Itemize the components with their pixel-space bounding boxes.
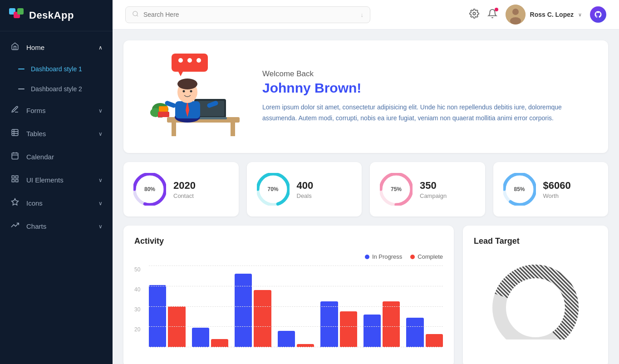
lead-donut	[474, 253, 597, 344]
activity-title: Activity	[134, 236, 443, 246]
legend-item: Complete	[410, 253, 443, 260]
bar-red	[383, 301, 400, 347]
dash-icon	[18, 69, 25, 69]
search-box[interactable]: ↓	[125, 6, 370, 23]
search-icon	[132, 10, 139, 19]
user-name: Ross C. Lopez	[530, 11, 574, 18]
bar-chart: 50403020	[134, 266, 443, 356]
stat-value-contact: 2020	[173, 180, 196, 192]
sidebar-item-dashboard1-label: Dashboard style 1	[31, 65, 103, 73]
bar-group	[320, 301, 357, 347]
donut-pct-worth: 85%	[514, 186, 525, 192]
bar-group	[149, 285, 186, 347]
svg-rect-0	[12, 129, 18, 136]
svg-point-22	[197, 58, 201, 63]
legend-dot	[365, 255, 369, 259]
sidebar-item-forms-label: Forms	[26, 107, 92, 114]
icons-arrow-icon: ∨	[98, 200, 103, 207]
app-logo[interactable]: DeskApp	[0, 0, 113, 31]
lead-target-card: Lead Target	[463, 226, 608, 364]
donut-pct-campaign: 75%	[391, 186, 402, 192]
page-content: Welcome Back Johnny Brown! Lorem ipsum d…	[113, 30, 619, 364]
bar-blue	[149, 285, 166, 347]
stat-label-campaign: Campaign	[420, 192, 447, 199]
welcome-subtitle: Welcome Back	[262, 69, 592, 79]
welcome-text: Welcome Back Johnny Brown! Lorem ipsum d…	[262, 69, 592, 124]
bar-red	[297, 344, 314, 347]
notification-dot	[495, 8, 498, 11]
bar-group	[235, 274, 271, 347]
donut-pct-deals: 70%	[267, 186, 278, 192]
home-arrow-icon: ∧	[98, 44, 103, 51]
user-avatar-wrap[interactable]: Ross C. Lopez ∨	[506, 5, 582, 25]
y-axis-label: 30	[134, 306, 140, 313]
bar-blue	[278, 331, 295, 347]
sidebar-item-home[interactable]: Home ∧	[0, 36, 113, 59]
avatar	[506, 5, 526, 25]
svg-point-20	[178, 58, 183, 63]
activity-card: Activity In ProgressComplete 50403020	[123, 226, 454, 364]
charts-arrow-icon: ∨	[98, 223, 103, 230]
sidebar-item-tables[interactable]: Tables ∨	[0, 122, 113, 145]
stat-card-worth: 85% $6060 Worth	[493, 162, 609, 216]
sidebar-item-ui-elements-label: UI Elements	[26, 176, 92, 184]
y-axis-label: 20	[134, 326, 140, 333]
stat-value-worth: $6060	[543, 180, 571, 192]
charts-icon	[10, 221, 20, 231]
y-axis-label: 50	[134, 266, 140, 273]
bar-blue	[364, 315, 381, 347]
bottom-row: Activity In ProgressComplete 50403020 Le…	[123, 226, 608, 364]
sidebar-item-calendar[interactable]: Calendar	[0, 145, 113, 168]
stat-card-deals: 70% 400 Deals	[247, 162, 362, 216]
stat-value-deals: 400	[297, 180, 314, 192]
bar-group	[406, 318, 443, 347]
sidebar-item-dashboard1[interactable]: Dashboard style 1	[0, 59, 113, 79]
header: ↓ Ross C. Lopez ∨	[113, 0, 619, 30]
stat-info-deals: 400 Deals	[297, 180, 314, 199]
sidebar-item-forms[interactable]: Forms ∨	[0, 99, 113, 122]
bar-red	[211, 339, 228, 347]
settings-icon[interactable]	[469, 9, 479, 21]
sidebar-nav: Home ∧ Dashboard style 1 Dashboard style…	[0, 31, 113, 364]
bar-red	[340, 311, 357, 347]
stat-label-worth: Worth	[543, 192, 571, 199]
logo-text: DeskApp	[29, 10, 74, 21]
svg-line-14	[137, 15, 138, 16]
svg-rect-25	[172, 123, 176, 136]
sidebar-item-ui-elements[interactable]: UI Elements ∨	[0, 168, 113, 192]
search-input[interactable]	[143, 11, 356, 18]
ui-elements-icon	[10, 175, 20, 185]
bar-group	[278, 331, 314, 347]
icons-icon	[10, 198, 20, 208]
stats-row: 80% 2020 Contact 70% 400 Deals 75% 350	[123, 162, 608, 216]
sidebar-item-dashboard2-label: Dashboard style 2	[31, 85, 103, 93]
donut-contact: 80%	[133, 173, 166, 206]
donut-deals: 70%	[257, 173, 290, 206]
svg-point-18	[510, 17, 521, 25]
svg-point-15	[473, 12, 476, 15]
legend-dot	[410, 255, 415, 259]
bar-blue	[192, 328, 209, 347]
svg-rect-26	[231, 123, 235, 136]
welcome-card: Welcome Back Johnny Brown! Lorem ipsum d…	[123, 40, 608, 153]
home-icon	[10, 42, 20, 53]
svg-point-17	[512, 9, 519, 15]
user-dropdown-icon: ∨	[578, 12, 582, 18]
donut-pct-contact: 80%	[144, 186, 155, 192]
main-content: ↓ Ross C. Lopez ∨	[113, 0, 619, 364]
svg-marker-23	[178, 72, 183, 76]
notification-icon[interactable]	[487, 9, 497, 21]
tables-arrow-icon: ∨	[98, 131, 103, 137]
sidebar-item-charts[interactable]: Charts ∨	[0, 215, 113, 238]
bar-blue	[406, 318, 423, 347]
bar-blue	[320, 301, 338, 347]
svg-point-34	[177, 79, 197, 89]
sidebar-item-icons[interactable]: Icons ∨	[0, 192, 113, 215]
donut-worth: 85%	[503, 173, 536, 206]
tables-icon	[10, 128, 20, 139]
svg-rect-4	[12, 153, 18, 159]
bar-red	[168, 306, 185, 347]
github-button[interactable]	[590, 6, 606, 23]
sidebar-item-dashboard2[interactable]: Dashboard style 2	[0, 79, 113, 99]
svg-rect-9	[16, 176, 18, 178]
